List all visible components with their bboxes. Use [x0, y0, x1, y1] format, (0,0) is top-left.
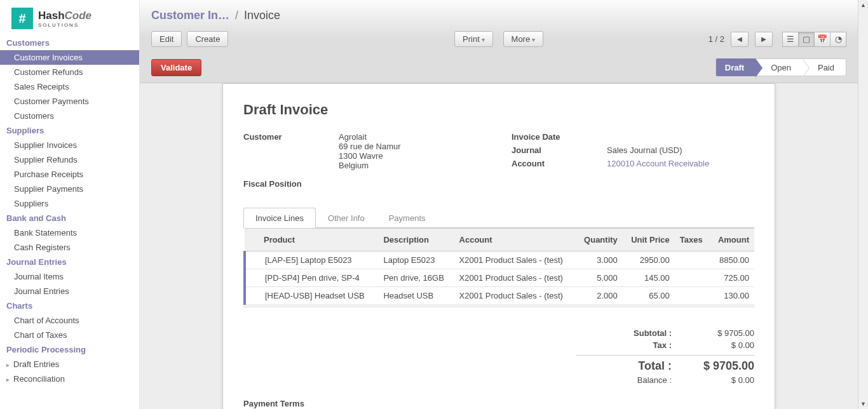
nav-group-suppliers[interactable]: Suppliers	[0, 123, 139, 138]
print-button[interactable]: Print	[454, 31, 493, 47]
tabs: Invoice LinesOther InfoPayments	[243, 208, 754, 228]
table-row[interactable]: [HEAD-USB] Headset USBHeadset USBX2001 P…	[245, 287, 754, 305]
scroll-up-icon[interactable]: ▲	[858, 0, 868, 10]
total-label: Total :	[576, 359, 691, 373]
cell: 2950.00	[623, 251, 675, 269]
col-unit-price[interactable]: Unit Price	[623, 229, 675, 251]
sidebar-item-customer-payments[interactable]: Customer Payments	[0, 94, 139, 109]
customer-addr-3: Belgium	[339, 161, 401, 170]
tab-invoice-lines[interactable]: Invoice Lines	[243, 208, 316, 228]
cell: X2001 Product Sales - (test)	[454, 269, 576, 287]
label-customer: Customer	[243, 132, 339, 142]
logo-text-a: Hash	[38, 10, 65, 22]
sidebar-item-supplier-payments[interactable]: Supplier Payments	[0, 182, 139, 196]
table-row[interactable]: [PD-SP4] Pen drive, SP-4Pen drive, 16GBX…	[245, 269, 754, 287]
totals: Subtotal :$ 9705.00 Tax :$ 0.00 Total :$…	[243, 327, 754, 386]
col-quantity[interactable]: Quantity	[576, 229, 623, 251]
label-payment-terms: Payment Terms	[243, 399, 754, 408]
cell: X2001 Product Sales - (test)	[454, 251, 576, 269]
breadcrumb-current: Invoice	[244, 9, 280, 22]
journal-value[interactable]: Sales Journal (USD)	[607, 145, 682, 155]
form-view-icon[interactable]: ▢	[798, 32, 815, 47]
customer-addr-1: 69 rue de Namur	[339, 142, 401, 151]
breadcrumb: Customer In… / Invoice	[151, 9, 846, 22]
validate-button[interactable]: Validate	[151, 59, 201, 76]
balance-label: Balance :	[576, 375, 691, 385]
cell	[675, 251, 710, 269]
logo[interactable]: # HashCode SOLUTIONS	[0, 0, 139, 36]
sidebar-item-draft-entries[interactable]: Draft Entries	[0, 357, 139, 372]
sidebar-item-journal-items[interactable]: Journal Items	[0, 269, 139, 284]
sidebar-item-bank-statements[interactable]: Bank Statements	[0, 225, 139, 240]
tab-payments[interactable]: Payments	[377, 208, 438, 228]
sidebar-item-journal-entries[interactable]: Journal Entries	[0, 284, 139, 298]
col-amount[interactable]: Amount	[710, 229, 754, 251]
label-fiscal-position: Fiscal Position	[243, 179, 339, 189]
header: Customer In… / Invoice	[140, 0, 858, 31]
list-view-icon[interactable]: ☰	[782, 32, 799, 47]
logo-subtext: SOLUTIONS	[38, 22, 92, 28]
table-bottom-shadow	[243, 305, 754, 308]
step-draft[interactable]: Draft	[715, 58, 756, 76]
subtotal-label: Subtotal :	[576, 328, 691, 338]
scrollbar[interactable]: ▲ ▼	[858, 0, 868, 409]
balance-value: $ 0.00	[691, 375, 754, 385]
sidebar-item-suppliers[interactable]: Suppliers	[0, 196, 139, 211]
cell: 3.000	[576, 251, 623, 269]
nav-group-charts[interactable]: Charts	[0, 298, 139, 313]
workflow-steps: DraftOpenPaid	[715, 58, 846, 76]
sidebar-item-customers[interactable]: Customers	[0, 109, 139, 123]
sidebar-item-sales-receipts[interactable]: Sales Receipts	[0, 79, 139, 94]
nav-group-periodic-processing[interactable]: Periodic Processing	[0, 342, 139, 357]
customer-addr-2: 1300 Wavre	[339, 151, 401, 161]
breadcrumb-sep: /	[235, 9, 238, 22]
sidebar-item-chart-of-taxes[interactable]: Chart of Taxes	[0, 328, 139, 342]
sidebar-item-chart-of-accounts[interactable]: Chart of Accounts	[0, 313, 139, 328]
cell: Laptop E5023	[378, 251, 454, 269]
customer-link[interactable]: Agrolait	[339, 132, 401, 142]
col-product[interactable]: Product	[245, 229, 378, 251]
step-open[interactable]: Open	[756, 58, 803, 76]
cell: Pen drive, 16GB	[378, 269, 454, 287]
nav-group-bank-and-cash[interactable]: Bank and Cash	[0, 211, 139, 225]
nav-group-journal-entries[interactable]: Journal Entries	[0, 255, 139, 269]
create-button[interactable]: Create	[187, 31, 228, 47]
scroll-down-icon[interactable]: ▼	[858, 399, 868, 409]
sidebar-item-supplier-refunds[interactable]: Supplier Refunds	[0, 152, 139, 167]
subtotal-value: $ 9705.00	[691, 328, 754, 338]
breadcrumb-parent[interactable]: Customer In…	[151, 9, 229, 22]
cell: 2.000	[576, 287, 623, 305]
more-button[interactable]: More	[503, 31, 543, 47]
cell: X2001 Product Sales - (test)	[454, 287, 576, 305]
col-description[interactable]: Description	[378, 229, 454, 251]
cell: [LAP-E5] Laptop E5023	[245, 251, 378, 269]
page-title: Draft Invoice	[243, 102, 754, 118]
sidebar-item-reconciliation[interactable]: Reconciliation	[0, 372, 139, 386]
prev-button[interactable]: ◄	[731, 32, 749, 47]
cell: 8850.00	[710, 251, 754, 269]
cell: [PD-SP4] Pen drive, SP-4	[245, 269, 378, 287]
total-value: $ 9705.00	[691, 359, 754, 373]
scrollbar-track[interactable]	[858, 10, 868, 399]
sidebar-item-purchase-receipts[interactable]: Purchase Receipts	[0, 167, 139, 182]
sidebar-item-customer-refunds[interactable]: Customer Refunds	[0, 65, 139, 79]
table-row[interactable]: [LAP-E5] Laptop E5023Laptop E5023X2001 P…	[245, 251, 754, 269]
sidebar-item-supplier-invoices[interactable]: Supplier Invoices	[0, 138, 139, 152]
sidebar-item-cash-registers[interactable]: Cash Registers	[0, 240, 139, 255]
edit-button[interactable]: Edit	[151, 31, 182, 47]
calendar-view-icon[interactable]: 📅	[814, 32, 831, 47]
tab-other-info[interactable]: Other Info	[316, 208, 377, 228]
logo-mark-icon: #	[11, 8, 33, 29]
nav-group-customers[interactable]: Customers	[0, 36, 139, 50]
toolbar: Edit Create Print More 1 / 2 ◄ ► ☰ ▢ 📅 ◔	[140, 31, 858, 55]
cell: 5.000	[576, 269, 623, 287]
tax-label: Tax :	[576, 340, 691, 350]
col-account[interactable]: Account	[454, 229, 576, 251]
graph-view-icon[interactable]: ◔	[830, 32, 846, 47]
cell	[675, 287, 710, 305]
statusbar: Validate DraftOpenPaid	[140, 55, 858, 83]
next-button[interactable]: ►	[755, 32, 773, 47]
sidebar-item-customer-invoices[interactable]: Customer Invoices	[0, 50, 139, 65]
col-taxes[interactable]: Taxes	[675, 229, 710, 251]
account-link[interactable]: 120010 Account Receivable	[607, 159, 709, 168]
